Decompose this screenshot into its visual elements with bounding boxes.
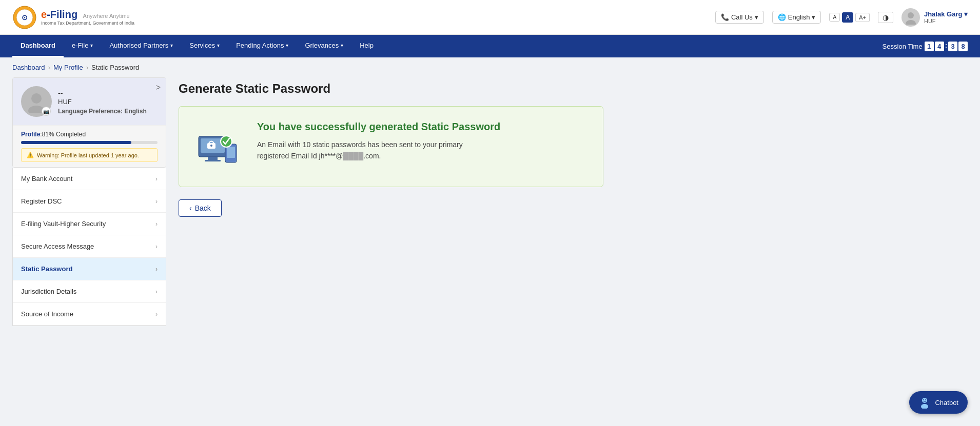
breadcrumb-sep1: ›	[48, 64, 50, 71]
profile-name: --	[58, 89, 158, 97]
user-type: HUF	[924, 18, 968, 24]
user-name: Jhalak Garg ▾	[924, 10, 968, 18]
menu-arrow-bank: ›	[155, 175, 158, 182]
header-right: 📞 Call Us ▾ 🌐 English ▾ A A A+ ◑	[715, 8, 968, 27]
header: ⊙ e-Filing Anywhere Anytime Income Tax D…	[0, 0, 980, 35]
navbar: Dashboard e-File ▾ Authorised Partners ▾…	[0, 35, 980, 57]
profile-avatar: 📷	[21, 86, 52, 117]
call-us-button[interactable]: 📞 Call Us ▾	[715, 11, 764, 24]
menu-item-vault[interactable]: E-filing Vault-Higher Security ›	[13, 213, 166, 235]
language-button[interactable]: 🌐 English ▾	[772, 11, 821, 24]
user-area[interactable]: Jhalak Garg ▾ HUF	[901, 8, 968, 27]
progress-label: Profile:81% Completed	[21, 131, 158, 138]
session-colon: :	[945, 42, 947, 51]
nav-item-efile[interactable]: e-File ▾	[64, 35, 102, 57]
auth-arrow-icon: ▾	[170, 43, 173, 48]
menu-arrow-jurisdiction: ›	[155, 288, 158, 295]
profile-lang: Language Preference: English	[58, 108, 158, 115]
nav-item-help[interactable]: Help	[351, 35, 382, 57]
profile-card: 📷 -- HUF Language Preference: English > …	[12, 77, 166, 168]
svg-point-12	[210, 145, 212, 147]
menu-item-bank[interactable]: My Bank Account ›	[13, 168, 166, 190]
call-dropdown-icon: ▾	[755, 13, 758, 21]
sidebar-menu: My Bank Account › Register DSC › E-filin…	[12, 168, 166, 326]
contrast-button[interactable]: ◑	[878, 12, 893, 23]
chatbot-label: Chatbot	[935, 399, 958, 407]
font-large-button[interactable]: A+	[855, 13, 870, 22]
logo-title: e-Filing Anywhere Anytime	[41, 9, 134, 21]
success-illustration	[193, 121, 245, 172]
svg-text:⊙: ⊙	[22, 13, 28, 22]
menu-item-income[interactable]: Source of Income ›	[13, 303, 166, 326]
emblem-icon: ⊙	[12, 5, 37, 30]
menu-arrow-dsc: ›	[155, 198, 158, 205]
warning-box: ⚠️ Warning: Profile last updated 1 year …	[21, 148, 158, 162]
globe-icon: 🌐	[778, 13, 786, 21]
svg-rect-9	[208, 157, 218, 160]
lang-dropdown-icon: ▾	[812, 13, 815, 21]
right-panel: Generate Static Password	[179, 77, 603, 326]
camera-icon[interactable]: 📷	[42, 107, 51, 116]
menu-item-dsc[interactable]: Register DSC ›	[13, 190, 166, 213]
back-button[interactable]: ‹ Back	[179, 199, 222, 217]
phone-icon: 📞	[721, 13, 729, 21]
font-controls: A A A+	[829, 12, 869, 23]
profile-progress: Profile:81% Completed ⚠️ Warning: Profil…	[13, 125, 166, 167]
logo-text: e-Filing Anywhere Anytime Income Tax Dep…	[41, 9, 134, 26]
svg-rect-10	[205, 160, 221, 161]
profile-name-sub: HUF	[58, 98, 158, 106]
user-avatar	[901, 8, 920, 27]
breadcrumb-myprofile[interactable]: My Profile	[53, 64, 83, 71]
nav-items: Dashboard e-File ▾ Authorised Partners ▾…	[12, 35, 883, 57]
logo-area: ⊙ e-Filing Anywhere Anytime Income Tax D…	[12, 5, 134, 30]
chatbot-button[interactable]: Chatbot	[909, 391, 968, 414]
chatbot-icon	[918, 396, 931, 409]
warning-icon: ⚠️	[27, 152, 34, 158]
svg-point-5	[31, 93, 42, 104]
progress-bar-fill	[21, 141, 131, 144]
menu-arrow-secure: ›	[155, 243, 158, 250]
menu-item-jurisdiction[interactable]: Jurisdiction Details ›	[13, 280, 166, 303]
svg-point-3	[908, 12, 914, 18]
nav-item-services[interactable]: Services ▾	[181, 35, 228, 57]
breadcrumb-sep2: ›	[86, 64, 88, 71]
svg-point-4	[906, 20, 916, 25]
grievances-arrow-icon: ▾	[341, 43, 343, 48]
svg-point-18	[921, 404, 928, 409]
logo-dept: Income Tax Department, Government of Ind…	[41, 21, 134, 26]
font-small-button[interactable]: A	[829, 13, 840, 22]
breadcrumb: Dashboard › My Profile › Static Password	[0, 57, 980, 77]
session-d4: 8	[958, 42, 968, 51]
profile-expand-button[interactable]: >	[156, 83, 161, 92]
session-time: Session Time 1 4 : 3 8	[883, 42, 968, 51]
breadcrumb-current: Static Password	[91, 64, 139, 71]
menu-arrow-income: ›	[155, 311, 158, 318]
menu-arrow-static: ›	[155, 266, 158, 273]
contrast-icon: ◑	[883, 13, 889, 22]
nav-item-grievances[interactable]: Grievances ▾	[297, 35, 351, 57]
nav-item-authorised[interactable]: Authorised Partners ▾	[101, 35, 181, 57]
menu-arrow-vault: ›	[155, 220, 158, 228]
menu-item-static[interactable]: Static Password ›	[13, 258, 166, 280]
left-panel: 📷 -- HUF Language Preference: English > …	[12, 77, 166, 326]
session-d3: 3	[948, 42, 957, 51]
svg-point-20	[925, 399, 926, 400]
session-d2: 4	[935, 42, 944, 51]
success-title: You have successfully generated Static P…	[257, 121, 500, 133]
user-info: Jhalak Garg ▾ HUF	[924, 10, 968, 24]
efile-arrow-icon: ▾	[90, 43, 93, 48]
nav-item-pending[interactable]: Pending Actions ▾	[228, 35, 297, 57]
session-digits: 1 4 : 3 8	[925, 42, 968, 51]
session-d1: 1	[925, 42, 934, 51]
breadcrumb-dashboard[interactable]: Dashboard	[12, 64, 45, 71]
nav-item-dashboard[interactable]: Dashboard	[12, 35, 64, 57]
profile-info: -- HUF Language Preference: English	[58, 89, 158, 115]
pending-arrow-icon: ▾	[286, 43, 288, 48]
user-avatar-icon	[904, 10, 918, 25]
font-medium-button[interactable]: A	[842, 12, 853, 23]
menu-item-secure[interactable]: Secure Access Message ›	[13, 235, 166, 258]
progress-bar-bg	[21, 141, 158, 144]
success-text: An Email with 10 static passwords has be…	[257, 139, 500, 162]
page-title: Generate Static Password	[179, 82, 603, 96]
services-arrow-icon: ▾	[217, 43, 220, 48]
